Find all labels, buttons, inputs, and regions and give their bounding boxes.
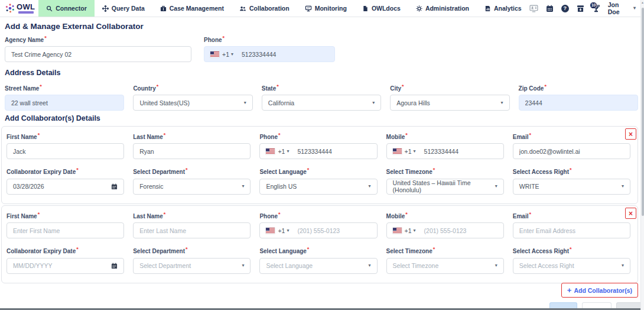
street-name-input[interactable] xyxy=(5,95,124,111)
city-select[interactable]: Agoura Hills ▾ xyxy=(390,95,509,111)
city-label: City xyxy=(390,83,509,92)
address-details-heading: Address Details xyxy=(5,69,60,77)
calendar-icon[interactable] xyxy=(546,5,554,12)
tab-administration[interactable]: Administration xyxy=(408,0,477,17)
agency-row: Agency Name Phone +1 ▾ 5123334444 xyxy=(5,35,335,62)
country-label: Country xyxy=(133,83,252,92)
bottom-partial-button-primary[interactable] xyxy=(549,302,577,308)
logo-text: OWL xyxy=(17,3,35,11)
city-value: Agoura Hills xyxy=(396,99,430,106)
state-select[interactable]: California ▾ xyxy=(262,95,381,111)
email-input[interactable] xyxy=(513,143,630,159)
agency-phone-input[interactable]: +1 ▾ 5123334444 xyxy=(204,46,335,62)
collaborator-details-heading: Add Collaborator(s) Details xyxy=(5,114,100,122)
scrollbar-up-arrow[interactable]: ▲ xyxy=(641,1,644,4)
calendar-icon xyxy=(111,263,118,269)
us-flag-icon xyxy=(266,228,275,234)
chevron-down-icon: ▾ xyxy=(369,263,371,268)
email-input[interactable] xyxy=(513,222,630,238)
chevron-down-icon: ▾ xyxy=(495,184,497,189)
first-name-input[interactable] xyxy=(6,222,124,238)
tab-owldocs[interactable]: OWLdocs xyxy=(354,0,408,17)
language-label: Select Language xyxy=(259,167,377,175)
add-collaborator-button[interactable]: + Add Collaborator(s) xyxy=(561,283,638,298)
owl-logo[interactable]: OWL xyxy=(4,0,38,17)
first-name-input[interactable] xyxy=(6,143,124,159)
archive-download-icon[interactable] xyxy=(577,5,584,12)
tab-analytics[interactable]: Analytics xyxy=(477,0,529,17)
help-icon[interactable]: ? xyxy=(561,5,569,12)
last-name-input[interactable] xyxy=(133,222,251,238)
user-menu[interactable]: Jon Doe ▾ xyxy=(608,1,636,15)
workstation-search-icon[interactable] xyxy=(529,5,538,12)
access-right-select[interactable]: WRITE ▾ xyxy=(513,179,630,195)
language-label: Select Language xyxy=(259,246,377,254)
tab-monitoring[interactable]: Monitoring xyxy=(297,0,354,17)
scrollbar-thumb[interactable] xyxy=(642,8,644,216)
mobile-input[interactable]: +1 ▾ 5123334444 xyxy=(386,143,504,159)
chevron-down-icon: ▾ xyxy=(244,101,246,105)
navbar-right-actions: ? 10 Jon Doe ▾ xyxy=(529,0,644,17)
language-select[interactable]: Select Language ▾ xyxy=(259,258,377,274)
tab-label: Case Management xyxy=(170,5,224,12)
remove-collaborator-button[interactable]: × xyxy=(625,128,636,140)
zip-code-input[interactable] xyxy=(519,95,638,111)
us-flag-icon xyxy=(393,228,402,234)
calendar-icon xyxy=(111,183,118,190)
plus-icon: + xyxy=(567,286,572,294)
phone-number-value: 5123334444 xyxy=(242,51,276,58)
chevron-down-icon: ▾ xyxy=(231,52,233,57)
phone-input[interactable]: +1 ▾ (201) 555-0123 xyxy=(259,222,377,238)
user-name: Jon Doe xyxy=(608,1,631,15)
document-icon xyxy=(362,5,369,12)
agency-name-label: Agency Name xyxy=(5,35,191,43)
us-flag-icon xyxy=(393,148,402,154)
bottom-partial-button-secondary[interactable] xyxy=(582,302,612,308)
chevron-down-icon: ▾ xyxy=(287,228,289,233)
department-select[interactable]: Forensic ▾ xyxy=(133,179,251,195)
chevron-down-icon: ▾ xyxy=(372,101,375,105)
chevron-down-icon: ▾ xyxy=(414,149,416,154)
department-select[interactable]: Select Department ▾ xyxy=(133,258,251,274)
address-row: Street Name Country United States(US) ▾ … xyxy=(5,83,638,111)
department-placeholder: Select Department xyxy=(139,262,191,269)
last-name-input[interactable] xyxy=(133,143,251,159)
expiry-date-input[interactable]: MM/DD/YYYY xyxy=(6,258,124,274)
department-label: Select Department xyxy=(133,246,251,254)
timezone-placeholder: Select Timezone xyxy=(393,262,439,269)
chevron-down-icon: ▾ xyxy=(369,184,371,189)
timezone-select[interactable]: United States – Hawaii Time (Honolulu) ▾ xyxy=(386,179,504,195)
language-select[interactable]: English US ▾ xyxy=(259,179,377,195)
expiry-date-placeholder: MM/DD/YYYY xyxy=(13,262,53,269)
tab-label: Monitoring xyxy=(315,5,347,12)
chevron-down-icon: ▾ xyxy=(495,263,497,268)
phone-input[interactable]: +1 ▾ 5123334444 xyxy=(259,143,377,159)
notification-badge: 10 xyxy=(590,2,598,9)
chevron-down-icon: ▾ xyxy=(501,101,503,105)
timezone-select[interactable]: Select Timezone ▾ xyxy=(386,258,504,274)
tab-connector[interactable]: Connector xyxy=(38,0,95,17)
last-name-label: Last Name xyxy=(133,211,251,219)
access-right-select[interactable]: Select Access Right ▾ xyxy=(513,258,630,274)
dial-code: +1 xyxy=(278,148,285,155)
country-select[interactable]: United States(US) ▾ xyxy=(133,95,252,111)
access-right-label: Select Access Right xyxy=(513,246,630,254)
expiry-date-input[interactable]: 03/28/2026 xyxy=(6,179,124,195)
tab-case-management[interactable]: Case Management xyxy=(152,0,232,17)
remove-collaborator-button[interactable]: × xyxy=(625,208,636,219)
agency-phone-label: Phone xyxy=(204,35,335,43)
logo-subtitle-bar xyxy=(18,11,34,14)
chevron-down-icon: ▾ xyxy=(242,184,244,189)
tab-label: Administration xyxy=(425,5,469,12)
chart-icon xyxy=(484,5,491,12)
tab-collaboration[interactable]: Collaboration xyxy=(232,0,297,17)
tab-query-data[interactable]: Query Data xyxy=(95,0,152,17)
collaborator-card-1: × First Name Last Name Phone +1 ▾ 512333… xyxy=(1,126,638,204)
vertical-scrollbar[interactable]: ▲ xyxy=(640,0,644,310)
mobile-input[interactable]: +1 ▾ (201) 555-0123 xyxy=(386,222,504,238)
zip-code-label: Zip Code xyxy=(519,83,638,92)
bottom-partial-button-tertiary[interactable] xyxy=(616,302,644,308)
trophy-icon[interactable]: 10 xyxy=(592,4,600,13)
gear-icon xyxy=(416,5,422,12)
agency-name-input[interactable] xyxy=(5,46,191,62)
